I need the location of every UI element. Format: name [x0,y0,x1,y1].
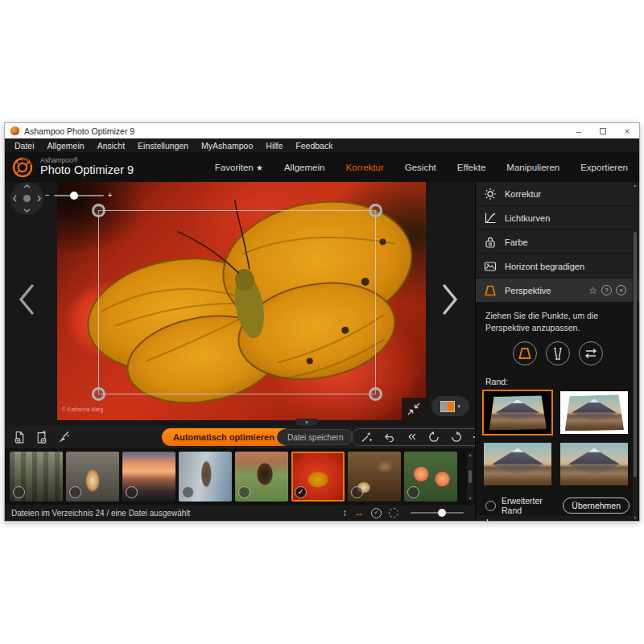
sidebar-item-korrektur[interactable]: Korrektur [476,182,639,205]
help-icon[interactable]: ? [601,285,612,295]
mode-free-perspective-button[interactable] [513,341,537,365]
tab-effekte[interactable]: Effekte [457,163,486,172]
save-file-label: Datei speichern [287,433,343,442]
actions-dropdown-button[interactable]: ▾ [456,430,460,437]
menu-myashampoo[interactable]: MyAshampoo [195,141,259,151]
pan-control[interactable] [10,182,43,215]
menu-datei[interactable]: Datei [8,141,41,151]
filmstrip-scrollbar[interactable]: ▴ ▾ [467,452,473,502]
tab-favoriten[interactable]: Favoriten ★ [215,163,263,172]
close-panel-icon[interactable]: × [616,285,626,295]
scroll-up-icon[interactable]: ▴ [634,183,636,188]
border-option-white[interactable] [560,391,628,434]
scroll-down-icon[interactable]: ▾ [469,496,471,501]
perspective-handle-bottom-left[interactable] [92,387,105,401]
main-photo[interactable]: © Katharina Marg [57,182,426,420]
status-text: Dateien im Verzeichnis 24 / eine Datei a… [11,509,190,518]
sidebar-item-zuschneiden-clipped[interactable]: Zuschneiden [476,515,633,521]
perspective-handle-top-right[interactable] [369,204,382,217]
select-circle[interactable] [182,486,194,498]
favorite-star-icon[interactable]: ☆ [588,286,597,295]
previous-image-button[interactable] [14,282,39,317]
sidebar-item-lichtkurven[interactable]: Lichtkurven [476,206,639,229]
zoom-out-label[interactable]: − [45,192,50,200]
perspective-frame[interactable] [98,210,376,394]
tab-gesicht[interactable]: Gesicht [405,163,436,172]
select-circle[interactable] [13,486,25,498]
zoom-slider-track[interactable] [54,195,104,196]
select-circle[interactable] [69,486,81,498]
perspective-handle-bottom-right[interactable] [369,387,382,401]
app-window: Ashampoo Photo Optimizer 9 – × Datei All… [4,122,640,522]
tab-korrektur[interactable]: Korrektur [345,163,383,172]
add-image-button[interactable] [11,429,27,445]
auto-optimize-button[interactable]: Automatisch optimieren ▾ [162,428,291,446]
maximize-button[interactable] [591,123,615,138]
filmstrip-thumb-cat[interactable] [66,452,119,502]
menu-feedback[interactable]: Feedback [289,141,339,151]
save-file-button[interactable]: Datei speichern [277,429,353,445]
scroll-up-icon[interactable]: ▴ [469,452,471,457]
undo-all-button[interactable] [403,429,419,445]
original-size-button[interactable]: ✓ [371,508,382,518]
apply-button[interactable]: Übernehmen [563,497,630,514]
rotate-left-button[interactable] [426,429,442,445]
undo-button[interactable] [381,429,397,445]
selected-check-icon[interactable]: ✓ [295,486,307,498]
close-button[interactable]: × [615,123,639,138]
menu-ansicht[interactable]: Ansicht [91,141,131,151]
perspective-handle-top-left[interactable] [92,204,105,217]
minimize-button[interactable]: – [567,123,591,138]
zoom-in-label[interactable]: + [108,192,113,200]
filmstrip-thumb-flowers[interactable] [404,452,457,502]
mode-vertical-perspective-button[interactable] [546,341,570,365]
filmstrip-thumb-butterfly-selected[interactable]: ✓ [291,452,345,502]
magic-wand-button[interactable] [358,429,374,445]
sidebar-item-horizont-begradigen[interactable]: Horizont begradigen [476,254,639,278]
menu-einstellungen[interactable]: Einstellungen [131,141,195,151]
filmstrip-thumb-tree[interactable] [179,452,232,502]
select-circle[interactable] [238,486,250,498]
fit-to-screen-button[interactable] [402,398,426,420]
select-circle[interactable] [351,486,363,498]
next-image-button[interactable] [438,282,462,317]
before-after-toggle[interactable]: ▾ [431,396,469,416]
scrollbar-thumb[interactable] [634,232,637,477]
clear-list-button[interactable] [55,429,71,445]
menu-allgemein[interactable]: Allgemein [41,141,91,151]
select-circle[interactable] [407,486,419,498]
collapse-panel-button[interactable]: ▾ [296,419,317,426]
filmstrip-thumb-horse[interactable] [235,452,288,502]
border-option-black-selected[interactable] [484,391,551,434]
status-zoom-thumb[interactable] [438,509,446,517]
tab-allgemein[interactable]: Allgemein [284,163,325,172]
sidebar-scrollbar[interactable]: ▴ ▾ [633,183,638,520]
fit-width-button[interactable]: ↔ [354,508,364,518]
viewer-zoom-slider[interactable]: − + [45,192,113,200]
add-folder-button[interactable] [33,429,49,445]
status-zoom-slider[interactable] [411,512,464,514]
fit-height-button[interactable]: ↕ [342,508,347,518]
sidebar-item-label: Zuschneiden [505,520,555,521]
sidebar-item-perspektive[interactable]: Perspektive ☆ ? × [476,279,639,302]
main-nav-tabs: Favoriten ★ Allgemein Korrektur Gesicht … [215,163,628,172]
auto-optimize-label: Automatisch optimieren [173,432,275,442]
mode-horizontal-perspective-button[interactable] [579,341,603,365]
scrollbar-thumb[interactable] [469,470,472,483]
select-circle[interactable] [126,486,138,498]
filmstrip-thumb-sunset[interactable] [122,452,175,502]
border-option-fill[interactable] [560,443,628,485]
filmstrip-thumb-temple[interactable] [10,452,63,502]
aperture-logo-icon [11,156,34,179]
tab-exportieren[interactable]: Exportieren [580,163,628,172]
scroll-down-icon[interactable]: ▾ [634,515,636,520]
border-option-stretch[interactable] [484,443,551,485]
zoom-slider-thumb[interactable] [70,192,78,200]
selection-zoom-button[interactable] [389,508,398,518]
filmstrip-thumb-mushrooms[interactable] [348,452,401,502]
sidebar-item-farbe[interactable]: Farbe [476,230,639,254]
extended-border-radio[interactable] [485,501,496,511]
collapse-arrows-icon [407,402,421,416]
menu-hilfe[interactable]: Hilfe [259,141,289,151]
tab-manipulieren[interactable]: Manipulieren [506,163,559,172]
